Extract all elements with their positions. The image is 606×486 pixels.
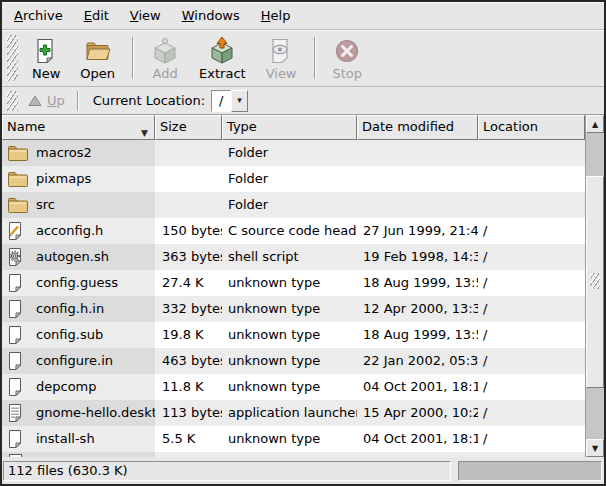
file-type: unknown type	[222, 270, 357, 296]
file-date	[357, 166, 478, 192]
archive-manager-window: Archive Edit View Windows Help New Open …	[0, 0, 606, 486]
table-row[interactable]: config.sub 19.8 K unknown type 18 Aug 19…	[2, 322, 585, 348]
open-button[interactable]: Open	[70, 33, 125, 84]
file-location: /	[478, 400, 585, 426]
file-type: Folder	[222, 166, 357, 192]
extract-button-label: Extract	[199, 66, 246, 81]
chevron-down-icon: ▾	[237, 96, 242, 105]
current-location-label: Current Location:	[93, 93, 205, 108]
file-size: 11.8 K	[155, 374, 222, 400]
column-header-location[interactable]: Location	[478, 115, 585, 140]
file-name: config.h.in	[36, 296, 104, 322]
menu-edit[interactable]: Edit	[82, 5, 111, 26]
file-type: Folder	[222, 192, 357, 218]
file-name: configure.in	[36, 348, 113, 374]
document-icon	[7, 274, 29, 292]
file-location: /	[478, 244, 585, 270]
vertical-scrollbar[interactable]: ▲ ▼	[585, 115, 604, 457]
column-header-name[interactable]: Name▼	[2, 115, 155, 140]
menu-view-label: iew	[138, 8, 160, 23]
file-type: unknown type	[222, 374, 357, 400]
table-row[interactable]: gnome-hello.desktop 113 bytes applicatio…	[2, 400, 585, 426]
table-row[interactable]: macros2 Folder	[2, 140, 585, 166]
table-row[interactable]: install-sh 5.5 K unknown type 04 Oct 200…	[2, 426, 585, 452]
file-count-status: 112 files (630.3 K)	[3, 461, 451, 481]
script-icon	[7, 248, 29, 266]
location-combo-dropdown[interactable]: ▾	[231, 90, 248, 112]
file-name: acconfig.h	[36, 218, 103, 244]
file-date: 18 Aug 1999, 13:53	[357, 322, 478, 348]
toolbar: New Open Add Extract View Stop	[2, 30, 604, 87]
scrollbar-up-button[interactable]: ▲	[586, 115, 604, 133]
file-list: Name▼ Size Type Date modified Location m…	[2, 114, 604, 457]
location-combo: / ▾	[211, 90, 248, 112]
menu-windows-mnemonic: W	[182, 8, 195, 23]
file-size: 363 bytes	[155, 244, 222, 270]
scrollbar-thumb[interactable]	[586, 176, 604, 388]
file-name: gnome-hello.desktop	[36, 400, 155, 426]
table-row[interactable]: autogen.sh 363 bytes shell script 19 Feb…	[2, 244, 585, 270]
file-name: macros2	[36, 140, 92, 166]
file-date	[357, 192, 478, 218]
file-name: src	[36, 192, 55, 218]
c-source-icon	[7, 222, 29, 240]
column-header-type[interactable]: Type	[222, 115, 357, 140]
file-name: depcomp	[36, 374, 97, 400]
progress-bar-area	[458, 461, 602, 481]
folder-icon	[7, 144, 29, 162]
table-row[interactable]: config.guess 27.4 K unknown type 18 Aug …	[2, 270, 585, 296]
view-button: View	[256, 33, 307, 84]
file-location: /	[478, 270, 585, 296]
file-size: 5.5 K	[155, 426, 222, 452]
file-size: 332 bytes	[155, 296, 222, 322]
file-date	[357, 140, 478, 166]
location-bar-drag-handle[interactable]	[7, 91, 18, 111]
menu-windows-label: indows	[194, 8, 239, 23]
menu-help[interactable]: Help	[259, 5, 293, 26]
file-type: unknown type	[222, 296, 357, 322]
file-date: 04 Oct 2001, 18:12	[357, 374, 478, 400]
up-triangle-icon	[28, 95, 42, 107]
desktop-file-icon	[7, 404, 29, 422]
menu-archive-mnemonic: A	[14, 8, 23, 23]
new-button[interactable]: New	[22, 33, 70, 84]
scrollbar-down-button[interactable]: ▼	[586, 439, 604, 457]
extract-button[interactable]: Extract	[189, 33, 256, 84]
file-size: 27.4 K	[155, 270, 222, 296]
file-size	[155, 192, 222, 218]
scrollbar-trough[interactable]	[586, 133, 604, 439]
menu-windows[interactable]: Windows	[180, 5, 242, 26]
column-header-date-modified[interactable]: Date modified	[357, 115, 478, 140]
status-bar: 112 files (630.3 K)	[2, 457, 604, 484]
document-icon	[7, 326, 29, 344]
arrow-up-icon: ▲	[592, 120, 598, 129]
table-row[interactable]: src Folder	[2, 192, 585, 218]
table-row[interactable]: configure.in 463 bytes unknown type 22 J…	[2, 348, 585, 374]
add-button-label: Add	[153, 66, 178, 81]
view-eye-icon	[267, 37, 295, 65]
sort-indicator-icon[interactable]: ▼	[141, 122, 148, 140]
file-type: Folder	[222, 140, 357, 166]
table-header: Name▼ Size Type Date modified Location	[2, 115, 585, 140]
toolbar-drag-handle[interactable]	[7, 35, 18, 81]
location-combo-value[interactable]: /	[211, 90, 231, 112]
file-date: 18 Aug 1999, 13:53	[357, 270, 478, 296]
menu-archive[interactable]: Archive	[12, 5, 65, 26]
file-location: /	[478, 218, 585, 244]
open-button-label: Open	[80, 66, 115, 81]
table-row[interactable]: pixmaps Folder	[2, 166, 585, 192]
table-row[interactable]: config.h.in 332 bytes unknown type 12 Ap…	[2, 296, 585, 322]
file-type: shell script	[222, 244, 357, 270]
table-row[interactable]: acconfig.h 150 bytes C source code heade…	[2, 218, 585, 244]
file-date: 22 Jan 2002, 05:35	[357, 348, 478, 374]
column-header-size[interactable]: Size	[155, 115, 222, 140]
menu-bar: Archive Edit View Windows Help	[2, 2, 604, 30]
document-icon	[7, 378, 29, 396]
file-name: config.sub	[36, 322, 103, 348]
new-archive-icon	[32, 37, 60, 65]
menu-view[interactable]: View	[128, 5, 163, 26]
toolbar-separator	[314, 37, 316, 79]
file-size: 463 bytes	[155, 348, 222, 374]
stop-button: Stop	[323, 33, 373, 84]
table-row[interactable]: depcomp 11.8 K unknown type 04 Oct 2001,…	[2, 374, 585, 400]
